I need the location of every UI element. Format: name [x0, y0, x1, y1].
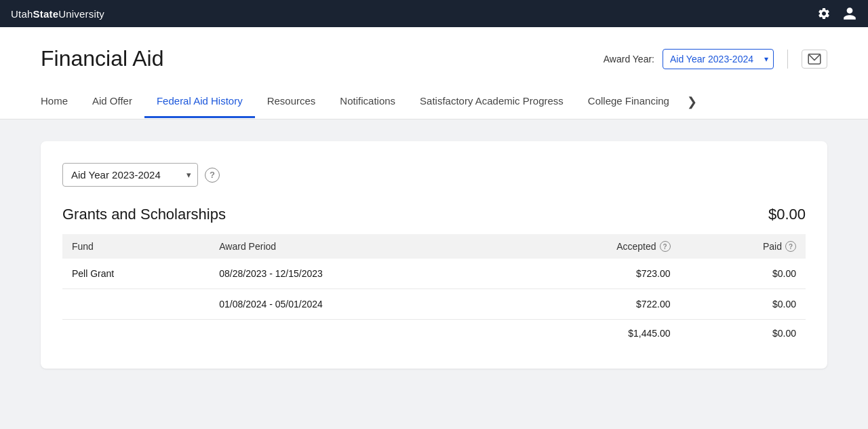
fund-cell — [62, 289, 210, 320]
aid-table: Fund Award Period Accepted ? Paid ? — [62, 234, 806, 347]
award-year-label: Award Year: — [604, 54, 654, 64]
paid-help-icon[interactable]: ? — [785, 241, 796, 252]
subtotal-paid: $0.00 — [680, 320, 806, 348]
tab-home[interactable]: Home — [41, 86, 80, 118]
logo-text-suffix: University — [58, 8, 104, 20]
tab-federal-aid-history[interactable]: Federal Aid History — [144, 86, 255, 118]
page-title: Financial Aid — [41, 46, 163, 71]
subtotal-period — [210, 320, 505, 348]
award-period-cell: 01/08/2024 - 05/01/2024 — [210, 289, 505, 320]
tab-aid-offer[interactable]: Aid Offer — [80, 86, 144, 118]
tab-satisfactory-academic-progress[interactable]: Satisfactory Academic Progress — [408, 86, 576, 118]
page-header: Financial Aid Award Year: Aid Year 2023-… — [0, 27, 868, 119]
tab-college-financing[interactable]: College Financing — [576, 86, 682, 118]
table-body: Pell Grant 08/28/2023 - 12/15/2023 $723.… — [62, 259, 806, 347]
col-fund: Fund — [62, 234, 210, 259]
table-row: 01/08/2024 - 05/01/2024 $722.00 $0.00 — [62, 289, 806, 320]
grants-total: $0.00 — [768, 206, 806, 223]
table-row: Pell Grant 08/28/2023 - 12/15/2023 $723.… — [62, 259, 806, 289]
col-accepted: Accepted ? — [505, 234, 680, 259]
topbar: UtahStateUniversity — [0, 0, 868, 27]
award-year-select[interactable]: Aid Year 2023-2024 Aid Year 2022-2023 Ai… — [663, 49, 774, 69]
gear-icon[interactable] — [816, 6, 831, 21]
vertical-divider — [787, 50, 788, 69]
card-selector-row: Aid Year 2023-2024 Aid Year 2022-2023 ▾ … — [62, 163, 806, 187]
accepted-cell: $723.00 — [505, 259, 680, 289]
logo-text-normal: Utah — [11, 8, 33, 20]
logo-text-bold: State — [33, 8, 59, 20]
help-icon[interactable]: ? — [205, 168, 220, 183]
accepted-cell: $722.00 — [505, 289, 680, 320]
topbar-icons — [816, 6, 857, 21]
award-year-select-wrapper: Aid Year 2023-2024 Aid Year 2022-2023 Ai… — [663, 49, 774, 69]
tab-resources[interactable]: Resources — [255, 86, 328, 118]
paid-cell: $0.00 — [680, 289, 806, 320]
col-paid: Paid ? — [680, 234, 806, 259]
fund-cell: Pell Grant — [62, 259, 210, 289]
table-header: Fund Award Period Accepted ? Paid ? — [62, 234, 806, 259]
card-year-select-wrapper: Aid Year 2023-2024 Aid Year 2022-2023 ▾ — [62, 163, 198, 187]
award-period-cell: 08/28/2023 - 12/15/2023 — [210, 259, 505, 289]
grants-header: Grants and Scholarships $0.00 — [62, 206, 806, 223]
col-award-period: Award Period — [210, 234, 505, 259]
subtotal-accepted: $1,445.00 — [505, 320, 680, 348]
card-aid-year-select[interactable]: Aid Year 2023-2024 Aid Year 2022-2023 — [62, 163, 198, 187]
content-card: Aid Year 2023-2024 Aid Year 2022-2023 ▾ … — [41, 141, 827, 369]
paid-cell: $0.00 — [680, 259, 806, 289]
mail-icon — [808, 54, 821, 64]
table-header-row: Fund Award Period Accepted ? Paid ? — [62, 234, 806, 259]
accepted-help-icon[interactable]: ? — [660, 241, 671, 252]
award-year-row: Award Year: Aid Year 2023-2024 Aid Year … — [604, 49, 827, 69]
grants-title: Grants and Scholarships — [62, 206, 226, 223]
main-content: Aid Year 2023-2024 Aid Year 2022-2023 ▾ … — [0, 119, 868, 390]
nav-more-button[interactable]: ❯ — [682, 85, 703, 119]
page-title-row: Financial Aid Award Year: Aid Year 2023-… — [41, 27, 827, 85]
nav-tabs: Home Aid Offer Federal Aid History Resou… — [41, 85, 827, 119]
user-icon[interactable] — [842, 6, 857, 21]
mail-button[interactable] — [802, 50, 827, 69]
subtotal-fund — [62, 320, 210, 348]
tab-notifications[interactable]: Notifications — [328, 86, 408, 118]
subtotal-row: $1,445.00 $0.00 — [62, 320, 806, 348]
university-logo: UtahStateUniversity — [11, 8, 104, 20]
